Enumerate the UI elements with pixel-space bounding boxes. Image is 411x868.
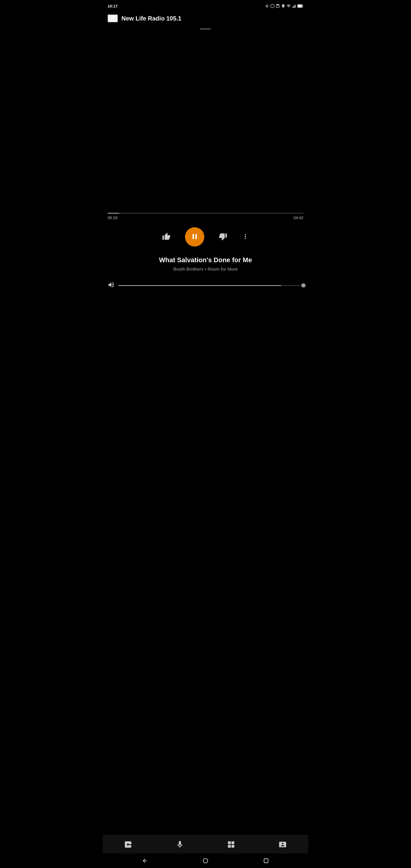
podcast-status-icon [265,4,269,8]
hamburger-line-1 [109,16,116,17]
thumbs-up-button[interactable] [162,232,170,242]
drag-handle-bar [200,28,211,30]
progress-container[interactable]: 00:18 04:42 [107,213,304,222]
song-artist-album: Booth Brothers • Room for More [107,267,304,272]
app-header: New Life Radio 105.1 [103,11,308,26]
drag-handle [103,26,308,32]
menu-button[interactable] [107,14,118,22]
playback-controls [107,222,304,251]
status-icons [265,4,304,8]
current-time: 00:18 [107,216,118,220]
svg-rect-8 [298,5,302,7]
status-bar: 10:17 [103,0,308,11]
hamburger-line-3 [109,20,116,21]
thumbs-up-icon [162,232,170,242]
more-options-button[interactable] [242,233,249,241]
volume-fill [119,285,281,286]
volume-section [107,279,304,297]
progress-bar-track[interactable] [107,213,304,214]
volume-thumb [301,283,306,287]
battery-status-icon [297,4,304,8]
clipboard-status-icon [276,4,280,8]
svg-rect-5 [295,4,295,7]
signal-status-icon [292,4,296,8]
pause-icon [190,232,199,242]
player-section: 00:18 04:42 [103,213,308,297]
thumbs-down-icon [219,232,227,242]
wifi-status-icon [287,4,291,8]
song-info: What Salvation's Done for Me Booth Broth… [107,251,304,279]
svg-point-0 [266,5,268,7]
total-time: 04:42 [293,216,304,220]
thumbs-down-button[interactable] [219,232,227,242]
circle-status-icon [270,4,275,8]
volume-slider[interactable] [119,285,304,286]
album-art-area [103,32,308,213]
more-options-icon [242,233,249,241]
svg-rect-3 [293,6,294,8]
status-time: 10:17 [107,4,118,8]
svg-point-1 [271,4,274,8]
location-status-icon [281,4,285,8]
pause-button[interactable] [185,227,204,247]
svg-rect-2 [292,7,293,8]
svg-rect-7 [303,5,303,7]
song-title: What Salvation's Done for Me [107,256,304,264]
page-title: New Life Radio 105.1 [121,15,304,22]
volume-icon [107,281,115,290]
svg-rect-4 [294,5,295,8]
progress-times: 00:18 04:42 [107,216,304,220]
hamburger-line-2 [109,18,116,19]
progress-bar-fill [107,213,119,214]
